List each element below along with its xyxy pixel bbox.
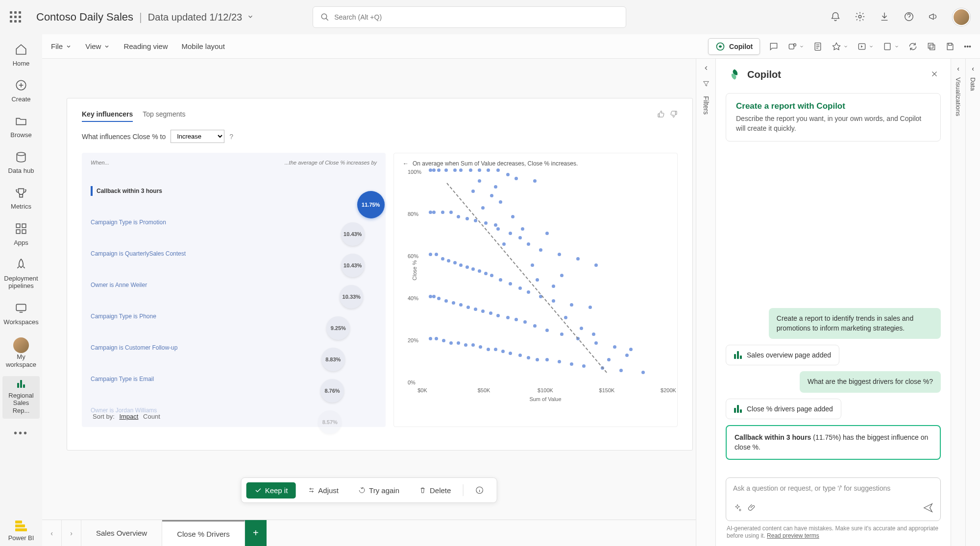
explore-icon[interactable] <box>832 42 848 51</box>
sheet-prev[interactable]: ‹ <box>42 520 62 546</box>
topbar-right-icons <box>830 8 970 26</box>
apps-icon <box>15 222 27 237</box>
attachment-icon[interactable] <box>748 503 757 514</box>
sparkle-icon[interactable] <box>733 503 742 514</box>
nav-metrics[interactable]: Metrics <box>2 183 40 214</box>
nav-more[interactable]: ••• <box>14 427 28 439</box>
expand-chevron-icon[interactable]: ‹ <box>957 65 959 72</box>
influencer-label: Owner is Anne Weiler <box>91 282 213 288</box>
page-icon[interactable] <box>813 42 823 51</box>
search-input[interactable]: Search (Alt +Q) <box>313 6 626 28</box>
comment-icon[interactable] <box>769 42 779 51</box>
nav-label: Workspaces <box>3 318 38 326</box>
influencer-row[interactable]: Campaign is QuarterlySales Contest10.43% <box>91 238 377 269</box>
scatter-chart: Close % Sum of Value 0%20%40%60%80%100%$… <box>422 172 668 382</box>
data-updated-label: Data updated 1/12/23 <box>148 12 242 23</box>
adjust-button[interactable]: Adjust <box>299 482 346 499</box>
more-icon[interactable]: ••• <box>964 43 971 50</box>
hero-text: Describe the report you want, in your ow… <box>736 114 931 133</box>
sheet-tab-sales-overview[interactable]: Sales Overview <box>81 520 162 546</box>
menu-mobile-layout[interactable]: Mobile layout <box>181 42 224 50</box>
thumbs-up-icon[interactable] <box>657 110 665 119</box>
report-toolbar: File View Reading view Mobile layout Cop… <box>42 34 980 59</box>
nav-home[interactable]: Home <box>2 39 40 71</box>
bell-icon[interactable] <box>830 11 841 24</box>
nav-regional-sales[interactable]: Regional Sales Rep... <box>2 376 40 418</box>
add-sheet-button[interactable]: + <box>245 520 267 546</box>
search-icon <box>320 13 329 22</box>
influencer-row[interactable]: Campaign Type is Promotion10.43% <box>91 207 377 238</box>
hero-title: Create a report with Copilot <box>736 101 931 111</box>
sort-count[interactable]: Count <box>143 413 160 420</box>
user-avatar[interactable] <box>953 8 970 26</box>
nav-datahub[interactable]: Data hub <box>2 147 40 179</box>
x-axis-label: Sum of Value <box>529 396 561 402</box>
scatter-panel: ←On average when Sum of Value decreases,… <box>393 153 678 427</box>
menu-view[interactable]: View <box>85 42 110 50</box>
copy-icon[interactable] <box>927 42 936 51</box>
tab-top-segments[interactable]: Top segments <box>143 110 185 122</box>
chevron-down-icon[interactable] <box>247 13 254 22</box>
copilot-logo-icon <box>728 68 741 81</box>
influencer-row[interactable]: Campaign Type is Phone9.25% <box>91 301 377 332</box>
bookmark-icon[interactable] <box>882 42 899 51</box>
tab-key-influencers[interactable]: Key influencers <box>82 110 133 122</box>
nav-apps[interactable]: Apps <box>2 218 40 250</box>
influencer-value-bubble: 10.43% <box>341 254 365 277</box>
filters-pane-collapsed[interactable]: Filters <box>696 59 715 546</box>
direction-select[interactable]: Increase <box>171 130 224 143</box>
svg-rect-8 <box>16 230 20 234</box>
help-icon[interactable] <box>904 11 914 24</box>
y-axis-label: Close % <box>412 261 417 281</box>
svg-rect-18 <box>929 43 933 48</box>
influencer-row[interactable]: Callback within 3 hours11.75% <box>91 175 377 207</box>
sort-impact[interactable]: Impact <box>119 413 138 420</box>
input-placeholder: Ask a question or request, or type '/' f… <box>733 484 933 494</box>
menu-file[interactable]: File <box>51 42 72 50</box>
ki-question-row: What influences Close % to Increase ? <box>82 130 678 143</box>
back-arrow-icon[interactable]: ← <box>403 160 409 167</box>
send-icon[interactable] <box>923 502 933 515</box>
nav-create[interactable]: Create <box>2 75 40 107</box>
svg-rect-19 <box>949 43 952 45</box>
data-pane[interactable]: ‹Data <box>965 59 980 546</box>
info-button[interactable] <box>467 482 491 499</box>
nav-my-workspace[interactable]: My workspace <box>2 333 40 372</box>
keep-it-button[interactable]: Keep it <box>246 482 296 499</box>
teams-share-icon[interactable] <box>787 42 804 51</box>
bot-message[interactable]: Sales overview page added <box>726 345 839 365</box>
export-icon[interactable] <box>857 42 874 51</box>
nav-powerbi[interactable]: Power BI <box>2 517 40 546</box>
influencer-label: Callback within 3 hours <box>91 186 213 196</box>
download-icon[interactable] <box>879 11 890 24</box>
copilot-button[interactable]: Copilot <box>708 38 760 55</box>
close-icon[interactable] <box>930 70 939 80</box>
sheet-next[interactable]: › <box>62 520 81 546</box>
refresh-icon[interactable] <box>908 42 918 51</box>
influencer-row[interactable]: Owner is Jordan Williams8.57% <box>91 395 377 426</box>
influencer-value-bubble: 9.25% <box>326 316 350 340</box>
influencer-row[interactable]: Owner is Anne Weiler10.33% <box>91 269 377 301</box>
help-question-icon[interactable]: ? <box>229 133 233 141</box>
visualizations-pane[interactable]: ‹Visualizations <box>951 59 965 546</box>
delete-button[interactable]: Delete <box>411 482 459 499</box>
nav-workspaces[interactable]: Workspaces <box>2 298 40 330</box>
expand-chevron-icon[interactable] <box>703 65 710 73</box>
save-icon[interactable] <box>945 42 955 51</box>
nav-pipelines[interactable]: Deployment pipelines <box>2 254 40 294</box>
bot-message[interactable]: Close % drivers page added <box>726 399 841 419</box>
gear-icon[interactable] <box>855 11 865 24</box>
expand-chevron-icon[interactable]: ‹ <box>972 65 974 72</box>
nav-browse[interactable]: Browse <box>2 111 40 142</box>
report-canvas-area: Key influencers Top segments What influe… <box>42 59 696 546</box>
menu-reading-view[interactable]: Reading view <box>123 42 168 50</box>
try-again-button[interactable]: Try again <box>350 482 407 499</box>
copilot-input[interactable]: Ask a question or request, or type '/' f… <box>726 477 941 521</box>
app-launcher-icon[interactable] <box>10 11 22 23</box>
thumbs-down-icon[interactable] <box>670 110 678 119</box>
nav-label: Power BI <box>8 534 34 542</box>
preview-terms-link[interactable]: Read preview terms <box>767 532 819 539</box>
sheet-tab-close-drivers[interactable]: Close % Drivers <box>162 520 245 546</box>
copilot-action-bar: Keep it Adjust Try again Delete <box>241 477 497 503</box>
megaphone-icon[interactable] <box>928 11 939 24</box>
